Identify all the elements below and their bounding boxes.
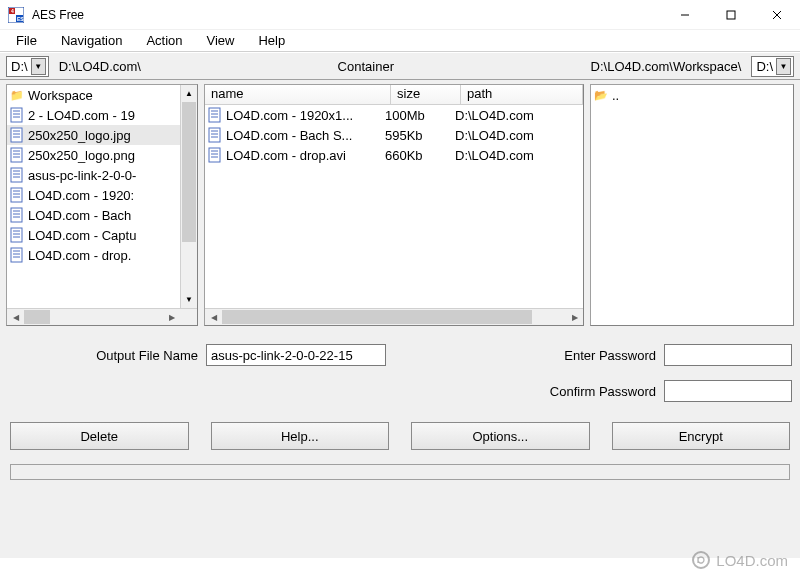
table-row[interactable]: LO4D.com - drop.avi 660Kb D:\LO4D.com: [205, 145, 583, 165]
list-item[interactable]: 2 - LO4D.com - 19: [7, 105, 180, 125]
dropdown-arrow-icon: ▼: [776, 58, 791, 75]
cell-size: 100Mb: [385, 108, 455, 123]
menu-action[interactable]: Action: [134, 31, 194, 50]
svg-rect-16: [11, 248, 22, 262]
item-name: LO4D.com - Bach: [28, 208, 131, 223]
encrypt-button[interactable]: Encrypt: [612, 422, 791, 450]
table-row[interactable]: LO4D.com - 1920x1... 100Mb D:\LO4D.com: [205, 105, 583, 125]
list-item[interactable]: LO4D.com - Bach: [7, 205, 180, 225]
up-folder-icon: 📂: [593, 87, 609, 103]
scroll-thumb[interactable]: [222, 310, 532, 324]
up-label: ..: [612, 88, 619, 103]
svg-rect-14: [11, 208, 22, 222]
col-name[interactable]: name: [205, 85, 391, 104]
item-name: 250x250_logo.png: [28, 148, 135, 163]
menubar: File Navigation Action View Help: [0, 30, 800, 52]
item-name: LO4D.com - 1920:: [28, 188, 134, 203]
svg-text:ES: ES: [17, 16, 24, 22]
list-item[interactable]: LO4D.com - Captu: [7, 225, 180, 245]
cell-path: D:\LO4D.com: [455, 148, 581, 163]
list-item[interactable]: 250x250_logo.jpg: [7, 125, 180, 145]
scroll-thumb[interactable]: [182, 102, 196, 242]
list-item[interactable]: 📁 Workspace: [7, 85, 180, 105]
file-icon: [207, 127, 223, 143]
item-name: asus-pc-link-2-0-0-: [28, 168, 136, 183]
file-icon: [9, 167, 25, 183]
scroll-thumb[interactable]: [24, 310, 50, 324]
right-drive-select[interactable]: D:\ ▼: [751, 56, 794, 77]
list-item[interactable]: LO4D.com - drop.: [7, 245, 180, 265]
svg-text:4: 4: [11, 8, 14, 14]
right-file-panel[interactable]: 📂 ..: [590, 84, 794, 326]
col-path[interactable]: path: [461, 85, 583, 104]
output-file-input[interactable]: [206, 344, 386, 366]
svg-rect-6: [727, 11, 735, 19]
confirm-password-input[interactable]: [664, 380, 792, 402]
form-area: Output File Name Enter Password Confirm …: [0, 328, 800, 558]
item-name: LO4D.com - drop.: [28, 248, 131, 263]
svg-rect-11: [11, 148, 22, 162]
file-icon: [9, 207, 25, 223]
scroll-left-icon[interactable]: ◀: [205, 309, 222, 326]
table-row[interactable]: LO4D.com - Bach S... 595Kb D:\LO4D.com: [205, 125, 583, 145]
scroll-up-icon[interactable]: ▲: [181, 85, 197, 102]
left-file-panel[interactable]: 📁 Workspace 2 - LO4D.com - 19 250x250_lo…: [6, 84, 198, 326]
list-item[interactable]: 250x250_logo.png: [7, 145, 180, 165]
vertical-scrollbar[interactable]: ▲ ▼: [180, 85, 197, 308]
delete-button[interactable]: Delete: [10, 422, 189, 450]
scroll-left-icon[interactable]: ◀: [7, 309, 24, 326]
app-icon: 4 ES: [8, 7, 24, 23]
confirm-password-label: Confirm Password: [550, 384, 664, 399]
col-size[interactable]: size: [391, 85, 461, 104]
minimize-button[interactable]: [662, 0, 708, 30]
scroll-right-icon[interactable]: ▶: [566, 309, 583, 326]
container-file-panel[interactable]: name size path LO4D.com - 1920x1... 100M…: [204, 84, 584, 326]
file-icon: [9, 227, 25, 243]
svg-rect-19: [209, 148, 220, 162]
svg-rect-12: [11, 168, 22, 182]
menu-view[interactable]: View: [195, 31, 247, 50]
help-button[interactable]: Help...: [211, 422, 390, 450]
column-headers: name size path: [205, 85, 583, 105]
up-dir-item[interactable]: 📂 ..: [591, 85, 793, 105]
left-drive-select[interactable]: D:\ ▼: [6, 56, 49, 77]
file-icon: [9, 127, 25, 143]
horizontal-scrollbar[interactable]: ◀ ▶: [205, 308, 583, 325]
svg-rect-18: [209, 128, 220, 142]
svg-rect-15: [11, 228, 22, 242]
menu-help[interactable]: Help: [246, 31, 297, 50]
titlebar: 4 ES AES Free: [0, 0, 800, 30]
right-drive-value: D:\: [756, 59, 773, 74]
list-item[interactable]: LO4D.com - 1920:: [7, 185, 180, 205]
file-icon: [207, 107, 223, 123]
close-button[interactable]: [754, 0, 800, 30]
status-bar: [10, 464, 790, 480]
file-icon: [9, 187, 25, 203]
cell-path: D:\LO4D.com: [455, 108, 581, 123]
left-path-label: D:\LO4D.com\: [53, 59, 147, 74]
left-drive-value: D:\: [11, 59, 28, 74]
main-panels: 📁 Workspace 2 - LO4D.com - 19 250x250_lo…: [0, 80, 800, 328]
container-label: Container: [332, 59, 400, 74]
cell-size: 660Kb: [385, 148, 455, 163]
horizontal-scrollbar[interactable]: ◀ ▶: [7, 308, 197, 325]
item-name: 2 - LO4D.com - 19: [28, 108, 135, 123]
cell-name: LO4D.com - Bach S...: [226, 128, 352, 143]
item-name: Workspace: [28, 88, 93, 103]
menu-navigation[interactable]: Navigation: [49, 31, 134, 50]
item-name: LO4D.com - Captu: [28, 228, 136, 243]
file-icon: [9, 107, 25, 123]
options-button[interactable]: Options...: [411, 422, 590, 450]
cell-path: D:\LO4D.com: [455, 128, 581, 143]
scroll-right-icon[interactable]: ▶: [163, 309, 180, 326]
output-file-label: Output File Name: [8, 348, 206, 363]
maximize-button[interactable]: [708, 0, 754, 30]
pathbar: D:\ ▼ D:\LO4D.com\ Container D:\LO4D.com…: [0, 52, 800, 80]
scroll-down-icon[interactable]: ▼: [181, 291, 197, 308]
cell-name: LO4D.com - drop.avi: [226, 148, 346, 163]
svg-rect-10: [11, 128, 22, 142]
list-item[interactable]: asus-pc-link-2-0-0-: [7, 165, 180, 185]
right-path-label: D:\LO4D.com\Workspace\: [585, 59, 748, 74]
enter-password-input[interactable]: [664, 344, 792, 366]
menu-file[interactable]: File: [4, 31, 49, 50]
